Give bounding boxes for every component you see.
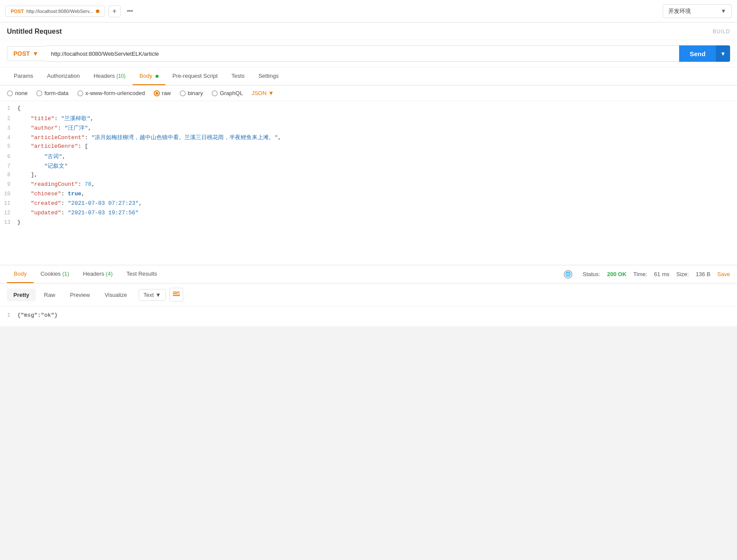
format-tab-visualize[interactable]: Visualize (98, 289, 133, 301)
response-tab-body[interactable]: Body (7, 265, 34, 283)
tab-body[interactable]: Body (133, 67, 165, 85)
code-line-2: 2 "title": "兰溪棹歌", (0, 114, 737, 124)
code-line-11: 11 "created": "2021-07-03 07:27:23", (0, 200, 737, 209)
code-line-9: 9 "readingCount": 78, (0, 181, 737, 190)
radio-graphql (212, 90, 218, 96)
format-tab-pretty[interactable]: Pretty (7, 289, 36, 301)
page-header: Untitled Request BUILD (0, 22, 737, 40)
size-value: 136 B (696, 271, 710, 277)
environment-selector[interactable]: 开发环境 ▼ (663, 4, 732, 18)
send-button-group: Send ▼ (679, 45, 730, 62)
size-label: Size: (676, 271, 689, 277)
radio-raw (154, 90, 160, 96)
radio-binary (180, 90, 186, 96)
body-type-form-data[interactable]: form-data (36, 90, 69, 96)
page-title: Untitled Request (7, 28, 62, 35)
response-body: 1 {"msg":"ok"} (0, 306, 737, 326)
time-label: Time: (633, 271, 647, 277)
send-button[interactable]: Send (679, 45, 716, 62)
tab-tests[interactable]: Tests (225, 67, 251, 85)
url-bar: POST ▼ Send ▼ (0, 40, 737, 67)
svg-rect-0 (173, 292, 180, 293)
env-dropdown-arrow: ▼ (721, 8, 726, 14)
response-tab-headers[interactable]: Headers (4) (76, 265, 120, 283)
radio-form-data (36, 90, 42, 96)
tab-pre-request-script[interactable]: Pre-request Script (165, 67, 225, 85)
top-bar: POST http://localhost:8080/WebServ... + … (0, 0, 737, 22)
code-line-10: 10 "chinese": true, (0, 190, 737, 200)
send-dropdown-button[interactable]: ▼ (716, 45, 730, 62)
more-tabs-button[interactable]: ••• (124, 5, 136, 17)
code-line-13: 13 } (0, 219, 737, 228)
tab-authorization[interactable]: Authorization (40, 67, 87, 85)
request-tabs-row: Params Authorization Headers (10) Body P… (0, 67, 737, 86)
text-format-selector[interactable]: Text ▼ (139, 289, 166, 301)
response-tab-cookies[interactable]: Cookies (1) (34, 265, 76, 283)
tab-url: http://localhost:8080/WebServ... (26, 9, 93, 14)
code-line-12: 12 "updated": "2021-07-03 19:27:56" (0, 209, 737, 219)
json-dropdown-arrow: ▼ (268, 90, 274, 96)
globe-icon: 🌐 (564, 270, 572, 279)
method-label: POST (13, 50, 30, 57)
code-line-3: 3 "author": "汪广洋", (0, 124, 737, 133)
code-line-8: 8 ], (0, 171, 737, 181)
tab-headers[interactable]: Headers (10) (87, 67, 133, 85)
environment-name: 开发环境 (668, 7, 718, 15)
status-label: Status: (583, 271, 600, 277)
code-editor[interactable]: 1 { 2 "title": "兰溪棹歌", 3 "author": "汪广洋"… (0, 101, 737, 265)
method-dropdown-arrow: ▼ (32, 50, 38, 57)
text-dropdown-arrow: ▼ (156, 292, 161, 298)
url-input[interactable] (46, 45, 679, 62)
body-type-raw[interactable]: raw (154, 90, 171, 96)
request-tab[interactable]: POST http://localhost:8080/WebServ... (5, 6, 105, 17)
wrap-icon (173, 292, 180, 298)
json-format-selector[interactable]: JSON ▼ (251, 90, 274, 96)
body-type-urlencoded[interactable]: x-www-form-urlencoded (77, 90, 145, 96)
body-type-binary[interactable]: binary (180, 90, 203, 96)
code-line-5: 5 "articleGenre": [ (0, 143, 737, 152)
svg-rect-1 (173, 293, 178, 294)
format-tab-preview[interactable]: Preview (64, 289, 96, 301)
tab-settings[interactable]: Settings (251, 67, 286, 85)
save-response-button[interactable]: Save (717, 271, 730, 277)
format-tab-raw[interactable]: Raw (38, 289, 62, 301)
code-line-4: 4 "articleContent": "凉月如梅挂柳湾，越中山色镜中看。兰溪三… (0, 133, 737, 143)
response-tabs-row: Body Cookies (1) Headers (4) Test Result… (0, 265, 737, 283)
tab-params[interactable]: Params (7, 67, 40, 85)
time-value: 61 ms (654, 271, 669, 277)
build-button[interactable]: BUILD (713, 29, 730, 35)
status-value: 200 OK (607, 271, 626, 277)
code-line-1: 1 { (0, 105, 737, 114)
radio-none (7, 90, 13, 96)
tab-dot-indicator (96, 10, 99, 13)
body-type-none[interactable]: none (7, 90, 28, 96)
radio-urlencoded (77, 90, 83, 96)
response-meta: 🌐 Status: 200 OK Time: 61 ms Size: 136 B… (564, 270, 730, 279)
response-format-row: Pretty Raw Preview Visualize Text ▼ (0, 283, 737, 306)
response-tab-test-results[interactable]: Test Results (120, 265, 164, 283)
code-line-7: 7 "记叙文" (0, 162, 737, 171)
tab-method: POST (11, 9, 24, 14)
code-line-6: 6 "古词", (0, 152, 737, 162)
response-content: {"msg":"ok"} (17, 312, 58, 318)
wrap-text-button[interactable] (169, 288, 183, 302)
method-selector[interactable]: POST ▼ (7, 46, 46, 61)
new-tab-button[interactable]: + (108, 5, 121, 17)
body-type-graphql[interactable]: GraphQL (212, 90, 243, 96)
body-type-row: none form-data x-www-form-urlencoded raw… (0, 86, 737, 101)
response-line-1: 1 {"msg":"ok"} (0, 312, 737, 321)
